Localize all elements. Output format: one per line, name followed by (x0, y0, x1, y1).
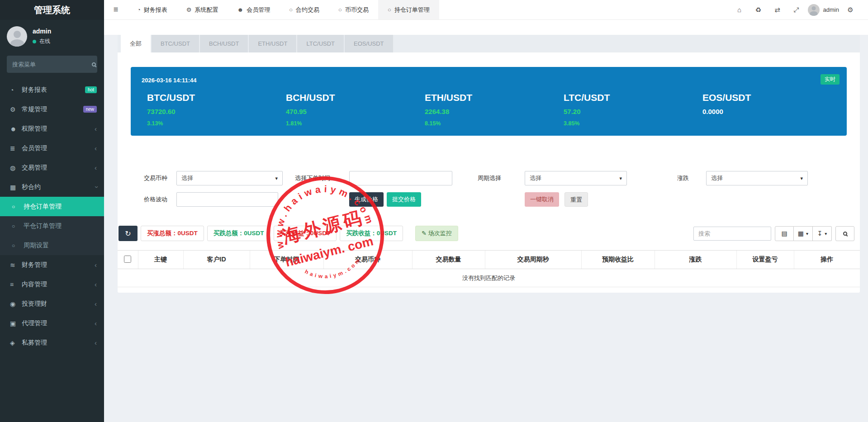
column-header-客户ID[interactable]: 客户ID (183, 251, 250, 269)
stat-button[interactable]: 买涨总额：0USDT (141, 226, 204, 241)
chevron-left-icon: ‹ (95, 144, 97, 152)
empty-message: 没有找到匹配的记录 (118, 269, 860, 287)
topnav-item-label: 合约交易 (296, 6, 319, 14)
pair-price: 0.0000 (702, 108, 836, 115)
tab-LTC/USDT[interactable]: LTC/USDT (297, 35, 344, 52)
grid-view-button[interactable]: ▦▾ (794, 226, 813, 241)
chevron-left-icon: ‹ (95, 339, 97, 346)
table-search-input[interactable] (693, 227, 771, 241)
topnav-item-持仓订单管理[interactable]: ○持仓订单管理 (378, 0, 439, 19)
export-icon: ↧ (817, 230, 823, 237)
search-icon (843, 232, 847, 236)
sidebar-item-label: 持仓订单管理 (24, 203, 97, 211)
topnav-item-系统配置[interactable]: ⚙系统配置 (177, 0, 228, 19)
pair-ETH/USDT: ETH/USDT2264.388.15% (419, 92, 558, 127)
tab-全部[interactable]: 全部 (121, 35, 151, 52)
caret-down-icon: ▾ (275, 175, 278, 181)
sidebar-item-内容管理[interactable]: ≡内容管理‹ (0, 275, 104, 294)
calendar-icon: ▦ (10, 184, 22, 191)
cancel-all-button[interactable]: 一键取消 (525, 192, 559, 207)
submit-price-button[interactable]: 提交价格 (387, 192, 421, 207)
price-wave-input[interactable] (176, 192, 278, 207)
updown-select[interactable]: 选择 ▾ (706, 171, 808, 185)
tab-BCH/USDT[interactable]: BCH/USDT (200, 35, 248, 52)
chevron-left-icon: ‹ (95, 280, 97, 288)
topnav-item-label: 系统配置 (195, 6, 218, 14)
pair-price: 57.20 (564, 108, 697, 115)
settings-gear-icon[interactable]: ⚙ (841, 6, 860, 14)
pair-symbol: BTC/USDT (147, 92, 280, 103)
monitor-icon: ✎ (422, 230, 427, 237)
list-view-button[interactable]: ▤ (775, 226, 794, 241)
sidebar: 管理系统 admin 在线 ◔财务报表hot⚙常规管理new☻权限管理‹≣会员管… (0, 0, 104, 422)
column-header-设置盈亏[interactable]: 设置盈亏 (736, 251, 794, 269)
tab-EOS/USDT[interactable]: EOS/USDT (345, 35, 393, 52)
stat-button[interactable]: 买跌总额：0USDT (207, 226, 270, 241)
sidebar-item-label: 代理管理 (22, 319, 95, 327)
chevron-down-icon: ‹ (95, 183, 97, 191)
fullscreen-icon[interactable]: ⤢ (787, 6, 806, 14)
banner-timestamp: 2026-03-16 14:11:44 (142, 77, 836, 84)
sidebar-item-周期设置[interactable]: ○周期设置 (0, 236, 104, 255)
sidebar-item-财务报表[interactable]: ◔财务报表hot (0, 80, 104, 100)
topnav-item-会员管理[interactable]: ☻会员管理 (228, 0, 280, 19)
sidebar-search-input[interactable] (12, 61, 92, 68)
navbar-user[interactable]: admin (808, 4, 839, 16)
sidebar-item-私募管理[interactable]: ◈私募管理‹ (0, 333, 104, 352)
home-icon[interactable]: ⌂ (730, 6, 749, 14)
refresh-button[interactable]: ↻ (119, 226, 138, 241)
empty-row: 没有找到匹配的记录 (118, 269, 860, 287)
trash-icon[interactable]: ♻ (749, 6, 768, 14)
session-monitor-button[interactable]: ✎场次监控 (415, 226, 458, 241)
sidebar-item-label: 会员管理 (22, 144, 95, 152)
sidebar-item-秒合约[interactable]: ▦秒合约‹ (0, 177, 104, 197)
sidebar-item-交易管理[interactable]: ◍交易管理‹ (0, 158, 104, 177)
column-header-下单时间[interactable]: 下单时间 (250, 251, 323, 269)
sidebar-item-投资理财[interactable]: ◉投资理财‹ (0, 294, 104, 313)
table-search-button[interactable] (835, 226, 854, 241)
chevron-left-icon: ‹ (95, 164, 97, 171)
invest-icon: ◉ (10, 300, 22, 308)
sidebar-item-label: 周期设置 (24, 242, 97, 250)
topnav-item-财务报表[interactable]: ◔财务报表 (128, 0, 177, 19)
sidebar-item-会员管理[interactable]: ≣会员管理‹ (0, 138, 104, 158)
stat-button[interactable]: 买跌收益：0USDT (340, 226, 403, 241)
generate-price-button[interactable]: 生成价格 (349, 192, 384, 207)
order-time-input[interactable] (349, 171, 452, 185)
view-button-group: ▤ ▦▾ ↧▾ (775, 226, 832, 241)
tab-BTC/USDT[interactable]: BTC/USDT (152, 35, 199, 52)
column-header-主键[interactable]: 主键 (138, 251, 183, 269)
circle-icon: ○ (289, 6, 293, 13)
column-header-交易数量[interactable]: 交易数量 (412, 251, 485, 269)
caret-down-icon: ▾ (825, 231, 827, 236)
column-header-交易币种[interactable]: 交易币种 (323, 251, 412, 269)
sidebar-item-label: 投资理财 (22, 300, 95, 308)
sidebar-item-label: 内容管理 (22, 280, 95, 289)
sidebar-item-持仓订单管理[interactable]: ○持仓订单管理 (0, 197, 104, 216)
export-button[interactable]: ↧▾ (813, 226, 832, 241)
chevron-left-icon: ‹ (95, 300, 97, 308)
column-header-涨跌[interactable]: 涨跌 (655, 251, 736, 269)
topnav-item-币币交易[interactable]: ○币币交易 (329, 0, 378, 19)
sidebar-item-label: 财务报表 (22, 86, 85, 94)
tab-ETH/USDT[interactable]: ETH/USDT (249, 35, 296, 52)
stat-button[interactable]: 买涨收益：0USDT (274, 226, 337, 241)
sidebar-item-财务管理[interactable]: ≋财务管理‹ (0, 255, 104, 275)
sidebar-item-常规管理[interactable]: ⚙常规管理new (0, 100, 104, 119)
pair-change: 1.81% (286, 120, 419, 127)
reset-button[interactable]: 重置 (564, 192, 588, 207)
filter-row-1: 交易币种 选择 ▾ 选择下单时间 周期选择 选择 ▾ 涨跌 选择 ▾ (118, 171, 860, 185)
column-header-交易周期秒[interactable]: 交易周期秒 (485, 251, 581, 269)
language-icon[interactable]: ⇄ (768, 6, 787, 14)
sidebar-item-平仓订单管理[interactable]: ○平仓订单管理 (0, 216, 104, 236)
column-header-预期收益比[interactable]: 预期收益比 (581, 251, 655, 269)
hamburger-icon[interactable]: ≡ (104, 0, 128, 19)
select-all-checkbox[interactable] (124, 256, 131, 263)
currency-select[interactable]: 选择 ▾ (176, 171, 283, 185)
sidebar-item-代理管理[interactable]: ▣代理管理‹ (0, 313, 104, 333)
topnav-item-合约交易[interactable]: ○合约交易 (280, 0, 329, 19)
column-header-操作[interactable]: 操作 (794, 251, 860, 269)
sidebar-item-权限管理[interactable]: ☻权限管理‹ (0, 119, 104, 138)
period-select[interactable]: 选择 ▾ (525, 171, 627, 185)
app-title: 管理系统 (0, 0, 104, 20)
